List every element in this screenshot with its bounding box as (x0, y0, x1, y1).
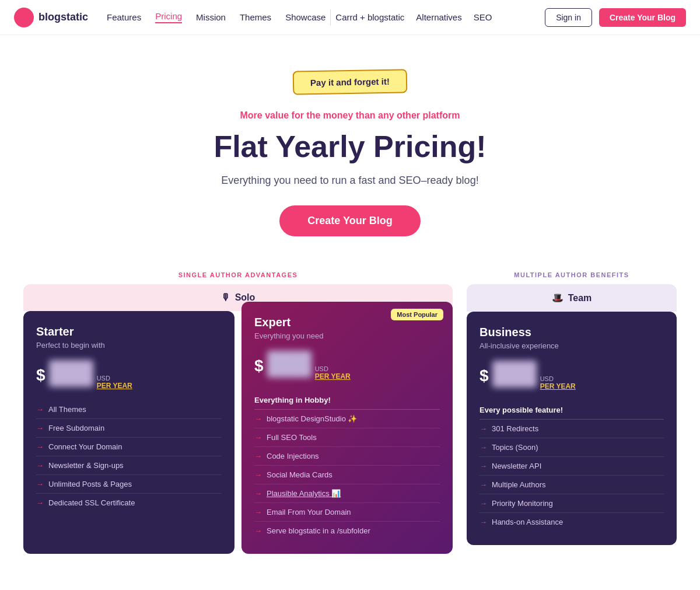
arrow-icon: → (36, 498, 44, 507)
arrow-icon: → (480, 424, 487, 433)
business-card: Business All-inclusive experience $ 999 … (467, 312, 677, 545)
feature-label: Email From Your Domain (267, 508, 351, 516)
business-amount: 999 (492, 361, 537, 387)
nav-link-seo[interactable]: SEO (474, 12, 492, 22)
expert-price: $ 999 USD PER YEAR (254, 351, 440, 380)
starter-price: $ 999 USD PER YEAR (36, 360, 222, 390)
feature-label: Free Subdomain (48, 424, 104, 432)
team-tab-icon: 🎩 (552, 292, 564, 303)
feature-label: Social Media Cards (267, 470, 332, 479)
feature-label: Multiple Authors (492, 480, 546, 489)
logo-text: blogstatic (38, 11, 88, 23)
solo-label: SINGLE AUTHOR ADVANTAGES (23, 271, 453, 278)
feature-label: blogstatic DesignStudio ✨ (267, 414, 357, 423)
feature-label: All Themes (48, 405, 86, 414)
arrow-icon: → (480, 518, 487, 526)
business-per-year: PER YEAR (540, 382, 576, 390)
nav-link-pricing[interactable]: Pricing (155, 11, 182, 23)
create-blog-hero-button[interactable]: Create Your Blog (279, 205, 420, 236)
business-desc: All-inclusive experience (480, 341, 664, 350)
feature-item: →Email From Your Domain (254, 503, 440, 522)
feature-label: Unlimited Posts & Pages (48, 480, 132, 488)
arrow-icon: → (480, 443, 487, 452)
hero-subtitle: More value for the money than any other … (12, 110, 688, 121)
starter-features: →All Themes →Free Subdomain →Connect You… (36, 400, 222, 512)
feature-label: Newsletter & Sign-ups (48, 461, 124, 470)
business-dollar: $ (480, 366, 489, 385)
feature-item: →Dedicated SSL Certificate (36, 494, 222, 512)
starter-price-right: USD PER YEAR (97, 375, 132, 390)
arrow-icon: → (36, 461, 44, 470)
nav-link-showcase[interactable]: Showcase (285, 12, 326, 22)
feature-item: →Newsletter API (480, 457, 664, 476)
signin-button[interactable]: Sign in (545, 8, 592, 27)
solo-column: SINGLE AUTHOR ADVANTAGES 🎙 Solo Starter … (23, 271, 453, 554)
feature-label: Serve blogstatic in a /subfolder (267, 526, 370, 535)
team-column: MULTIPLE AUTHOR BENEFITS 🎩 Team Business… (467, 271, 677, 545)
create-blog-nav-button[interactable]: Create Your Blog (599, 8, 686, 27)
feature-item: →Newsletter & Sign-ups (36, 456, 222, 475)
expert-section-header: Everything in Hobby! (254, 391, 440, 410)
feature-item: →blogstatic DesignStudio ✨ (254, 410, 440, 428)
navbar: blogstatic Features Pricing Mission Them… (0, 0, 700, 35)
team-tab[interactable]: 🎩 Team (467, 284, 677, 312)
arrow-icon: → (254, 452, 262, 460)
nav-link-themes[interactable]: Themes (240, 12, 271, 22)
business-price: $ 999 USD PER YEAR (480, 361, 664, 390)
pricing-columns: SINGLE AUTHOR ADVANTAGES 🎙 Solo Starter … (23, 271, 677, 554)
business-features: Every possible feature! →301 Redirects →… (480, 401, 664, 531)
nav-link-features[interactable]: Features (107, 12, 141, 22)
most-popular-badge: Most Popular (391, 309, 443, 320)
nav-divider (330, 9, 331, 26)
expert-price-right: USD PER YEAR (315, 365, 351, 380)
nav-link-alternatives[interactable]: Alternatives (416, 12, 461, 22)
feature-item: →Plausible Analytics 📊 (254, 484, 440, 503)
feature-item: →Topics (Soon) (480, 438, 664, 457)
arrow-icon: → (480, 462, 487, 470)
nav-links-primary: Features Pricing Mission Themes Showcase (107, 11, 326, 23)
arrow-icon: → (36, 405, 44, 414)
arrow-icon: → (254, 433, 262, 442)
solo-tab-icon: 🎙 (221, 292, 230, 303)
feature-item: →Multiple Authors (480, 476, 664, 494)
starter-usd: USD (97, 375, 132, 382)
logo[interactable]: blogstatic (14, 8, 88, 27)
solo-plans: Starter Perfect to begin with $ 999 USD … (23, 311, 453, 554)
arrow-icon: → (36, 424, 44, 432)
feature-item: →Connect Your Domain (36, 438, 222, 456)
arrow-icon: → (254, 470, 262, 479)
badge: Pay it and forget it! (293, 69, 408, 95)
arrow-icon: → (36, 480, 44, 488)
team-tab-label: Team (568, 293, 592, 303)
feature-label: Hands-on Assistance (492, 518, 563, 526)
arrow-icon: → (36, 442, 44, 451)
starter-per-year: PER YEAR (97, 382, 132, 390)
business-usd: USD (540, 375, 576, 382)
feature-item: →Priority Monitoring (480, 494, 664, 513)
feature-item: →Full SEO Tools (254, 428, 440, 447)
expert-features: Everything in Hobby! →blogstatic DesignS… (254, 391, 440, 540)
feature-label: Plausible Analytics 📊 (267, 489, 341, 498)
expert-amount: 999 (267, 351, 312, 378)
business-section-header: Every possible feature! (480, 401, 664, 420)
hero-section: Pay it and forget it! More value for the… (0, 35, 700, 260)
feature-item: →Social Media Cards (254, 466, 440, 484)
arrow-icon: → (254, 414, 262, 423)
nav-right: Sign in Create Your Blog (545, 8, 686, 27)
feature-item: →Serve blogstatic in a /subfolder (254, 522, 440, 540)
feature-label: Priority Monitoring (492, 499, 553, 508)
arrow-icon: → (254, 489, 262, 498)
nav-link-carrd[interactable]: Carrd + blogstatic (335, 12, 404, 22)
arrow-icon: → (480, 480, 487, 489)
team-label: MULTIPLE AUTHOR BENEFITS (467, 271, 677, 278)
hero-title: Flat Yearly Pricing! (12, 129, 688, 164)
starter-desc: Perfect to begin with (36, 341, 222, 350)
business-price-right: USD PER YEAR (540, 375, 576, 390)
feature-item: →Code Injections (254, 447, 440, 466)
nav-link-mission[interactable]: Mission (196, 12, 226, 22)
expert-desc: Everything you need (254, 331, 440, 340)
feature-item: →Unlimited Posts & Pages (36, 475, 222, 494)
feature-label: Connect Your Domain (48, 442, 122, 451)
feature-label: Topics (Soon) (492, 443, 538, 452)
feature-item: →Free Subdomain (36, 419, 222, 438)
